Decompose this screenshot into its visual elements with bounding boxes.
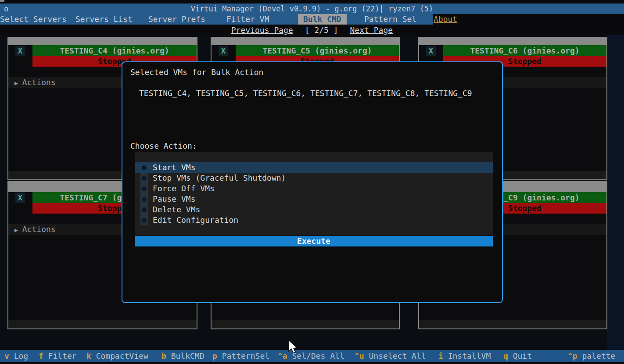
statusbar-item-patternsel[interactable]: p PatternSel (212, 350, 269, 362)
vm-title: TESTING_C4 (ginies.org) (32, 45, 197, 56)
bullet-icon (142, 165, 147, 170)
vm-title: TESTING_C6 (ginies.org) (443, 45, 606, 56)
statusbar-item-quit[interactable]: q Quit (503, 350, 532, 362)
top-strip (0, 0, 624, 4)
menu-item-select-servers[interactable]: Select Servers (0, 14, 67, 25)
menu-item-about[interactable]: About (434, 14, 457, 25)
vm-select-checkbox[interactable]: X (219, 46, 228, 56)
menu-item-pattern-sel[interactable]: Pattern Sel (364, 14, 416, 25)
dialog-title: Selected VMs for Bulk Action (130, 68, 263, 77)
card-header-bar (212, 37, 399, 45)
statusbar-item-compactview[interactable]: k CompactView (86, 350, 148, 362)
menu-bar: Select Servers Servers List Server Prefs… (0, 14, 624, 25)
card-header-bar (419, 37, 606, 45)
status-bar: v Log f Filter k CompactView b BulkCMD p… (0, 350, 624, 362)
action-option-start[interactable]: Start VMs (135, 162, 493, 173)
vm-actions-label: Actions (22, 225, 56, 234)
menu-item-filter-vm[interactable]: Filter VM (226, 14, 269, 25)
selected-vm-list: TESTING_C4, TESTING_C5, TESTING_C6, TEST… (139, 89, 472, 98)
statusbar-item-bulkcmd[interactable]: b BulkCMD (161, 350, 204, 362)
menu-item-server-prefs[interactable]: Server Prefs (148, 14, 205, 25)
window-title: Virtui Manager (Devel v0.9.9) - g.org (2… (0, 4, 624, 13)
card-footer-band (8, 320, 197, 328)
statusbar-item-filter[interactable]: f Filter (39, 350, 77, 362)
mouse-cursor-icon (287, 340, 299, 357)
vm-select-checkbox[interactable]: X (426, 46, 436, 56)
choose-action-label: Choose Action: (130, 141, 197, 150)
menu-item-bulk-cmd[interactable]: Bulk CMD (298, 14, 347, 25)
next-page-link[interactable]: Next Page (347, 25, 396, 35)
vm-select-checkbox[interactable]: X (15, 46, 25, 56)
vm-actions-label: Actions (22, 78, 56, 87)
execute-button[interactable]: Execute (135, 236, 493, 246)
expand-arrow-icon: ▶ (14, 227, 18, 233)
action-option-pause[interactable]: Pause VMs (135, 194, 493, 204)
bullet-icon (142, 176, 147, 181)
bullet-icon (142, 186, 147, 191)
statusbar-item-palette[interactable]: ^p palette (568, 350, 615, 362)
expand-arrow-icon: ▶ (14, 80, 18, 86)
right-margin (607, 35, 624, 350)
card-header-bar (8, 37, 197, 45)
bottom-strip (0, 362, 624, 364)
action-option-edit-config[interactable]: Edit Configuration (135, 215, 493, 225)
statusbar-item-log[interactable]: v Log (4, 350, 28, 362)
action-listbox: Start VMs Stop VMs (Graceful Shutdown) F… (135, 152, 493, 236)
bullet-icon (142, 218, 147, 223)
action-option-force-off[interactable]: Force Off VMs (135, 183, 493, 194)
previous-page-link[interactable]: Previous Page (228, 25, 296, 35)
card-footer-band (419, 320, 606, 328)
vm-title: TESTING_C5 (ginies.org) (236, 45, 399, 56)
menu-item-servers-list[interactable]: Servers List (75, 14, 133, 25)
card-footer-band (212, 320, 399, 328)
action-option-delete[interactable]: Delete VMs (135, 204, 493, 215)
statusbar-item-unselect-all[interactable]: ^u Unselect All (355, 350, 426, 362)
pagination-bar: Previous Page [ 2/5 ] Next Page (0, 25, 624, 35)
window-titlebar: o Virtui Manager (Devel v0.9.9) - g.org … (0, 4, 624, 14)
page-indicator: [ 2/5 ] (305, 25, 338, 35)
top-corner-box (0, 0, 4, 2)
statusbar-item-installvm[interactable]: i InstallVM (438, 350, 491, 362)
vm-select-checkbox[interactable]: X (15, 193, 25, 203)
bullet-icon (142, 207, 147, 212)
bullet-icon (142, 197, 147, 202)
bulk-action-dialog: Selected VMs for Bulk Action TESTING_C4,… (122, 61, 503, 303)
action-option-stop[interactable]: Stop VMs (Graceful Shutdown) (135, 173, 493, 183)
